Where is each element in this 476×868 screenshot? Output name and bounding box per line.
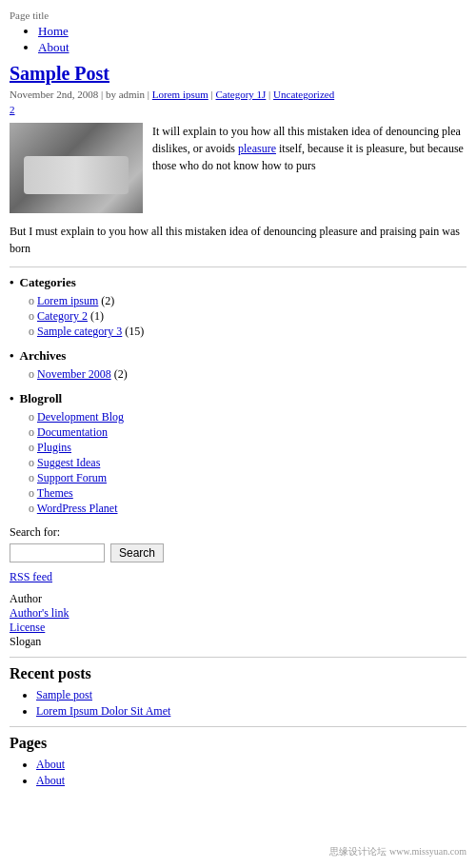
blogroll-link-1[interactable]: Documentation: [37, 425, 108, 439]
blogroll-item-2: Plugins: [29, 441, 466, 455]
recent-post-link-0[interactable]: Sample post: [36, 688, 92, 701]
archives-heading: • Archives: [10, 348, 466, 364]
page-item-1: About: [36, 774, 466, 788]
recent-posts-heading: Recent posts: [10, 665, 466, 682]
post-meta-text: November 2nd, 2008 | by admin |: [10, 89, 149, 100]
archive-link-0[interactable]: November 2008: [37, 367, 111, 381]
recent-post-1: Lorem Ipsum Dolor Sit Amet: [36, 704, 466, 719]
category-count-2: (15): [125, 325, 144, 338]
category-link-2[interactable]: Sample category 3: [37, 325, 122, 338]
page-item-0: About: [36, 758, 466, 772]
divider-1: [10, 266, 466, 267]
blogroll-item-3: Suggest Ideas: [29, 456, 466, 470]
post-meta-link-uncat[interactable]: Uncategorized: [273, 89, 334, 100]
blogroll-item-1: Documentation: [29, 425, 466, 440]
recent-posts-section: Recent posts Sample post Lorem Ipsum Dol…: [10, 665, 466, 719]
archive-item-0: November 2008 (2): [29, 367, 466, 382]
categories-list: Lorem ipsum (2) Category 2 (1) Sample ca…: [10, 294, 466, 339]
post-image: [10, 123, 143, 213]
recent-post-0: Sample post: [36, 688, 466, 702]
post-container: Sample Post November 2nd, 2008 | by admi…: [10, 63, 466, 257]
license-link[interactable]: License: [10, 621, 45, 634]
page-link-1[interactable]: About: [36, 774, 65, 787]
category-item-2: Sample category 3 (15): [29, 325, 466, 339]
post-meta: November 2nd, 2008 | by admin | Lorem ip…: [10, 89, 466, 100]
post-pleasure-link[interactable]: pleasure: [238, 142, 276, 155]
blogroll-item-0: Development Blog: [29, 410, 466, 424]
categories-section: • Categories Lorem ipsum (2) Category 2 …: [10, 275, 466, 339]
blogroll-heading: • Blogroll: [10, 391, 466, 406]
pages-section: Pages About About: [10, 735, 466, 788]
blogroll-list: Development Blog Documentation Plugins S…: [10, 410, 466, 516]
nav-link-home[interactable]: Home: [38, 24, 69, 38]
category-count-1: (1): [90, 309, 104, 323]
blogroll-link-3[interactable]: Suggest Ideas: [37, 456, 100, 469]
search-section: Search for: Search: [10, 525, 466, 562]
blogroll-link-4[interactable]: Support Forum: [37, 471, 107, 484]
search-button[interactable]: Search: [110, 543, 164, 562]
archives-list: November 2008 (2): [10, 367, 466, 382]
blogroll-section: • Blogroll Development Blog Documentatio…: [10, 391, 466, 516]
blogroll-link-2[interactable]: Plugins: [37, 441, 71, 454]
blogroll-bullet: •: [10, 391, 14, 406]
recent-post-link-1[interactable]: Lorem Ipsum Dolor Sit Amet: [36, 704, 170, 718]
recent-posts-list: Sample post Lorem Ipsum Dolor Sit Amet: [10, 688, 466, 719]
watermark: 思缘设计论坛 www.missyuan.com: [329, 845, 466, 858]
blogroll-link-5[interactable]: Themes: [37, 486, 73, 500]
nav-list: Home About: [10, 24, 466, 55]
author-section: Author Author's link License Slogan: [10, 592, 466, 649]
categories-heading: • Categories: [10, 275, 466, 290]
categories-bullet: •: [10, 275, 14, 290]
page-link-0[interactable]: About: [36, 758, 65, 771]
category-item-0: Lorem ipsum (2): [29, 294, 466, 308]
archives-bullet: •: [10, 348, 14, 364]
search-input[interactable]: [10, 543, 105, 562]
nav-item-about[interactable]: About: [38, 40, 466, 55]
blogroll-item-5: Themes: [29, 486, 466, 501]
archives-section: • Archives November 2008 (2): [10, 348, 466, 382]
pages-heading: Pages: [10, 735, 466, 752]
category-link-0[interactable]: Lorem ipsum: [37, 294, 98, 307]
blogroll-link-6[interactable]: WordPress Planet: [37, 502, 118, 515]
page-title-section: Page title Home About: [10, 8, 466, 55]
categories-heading-text: Categories: [20, 275, 76, 290]
nav-link-about[interactable]: About: [38, 40, 69, 54]
category-count-0: (2): [101, 294, 114, 307]
search-label: Search for:: [10, 525, 466, 540]
divider-2: [10, 657, 466, 658]
author-label: Author: [10, 592, 466, 606]
post-content: It will explain to you how all this mist…: [10, 123, 466, 217]
post-meta-link-lorem[interactable]: Lorem ipsum: [152, 89, 208, 100]
archives-heading-text: Archives: [20, 348, 67, 364]
divider-3: [10, 726, 466, 727]
post-content-full: But I must explain to you how all this m…: [10, 223, 466, 257]
category-link-1[interactable]: Category 2: [37, 309, 88, 323]
blogroll-item-4: Support Forum: [29, 471, 466, 485]
page-title-label: Page title: [10, 10, 49, 21]
archive-count-0: (2): [114, 367, 128, 381]
slogan-text: Slogan: [10, 635, 41, 648]
rss-link[interactable]: RSS feed: [10, 570, 466, 584]
blogroll-link-0[interactable]: Development Blog: [37, 410, 124, 424]
category-item-1: Category 2 (1): [29, 309, 466, 324]
post-meta-link-cat[interactable]: Category 1J: [216, 89, 267, 100]
post-comment-count[interactable]: 2: [10, 104, 466, 115]
blogroll-item-6: WordPress Planet: [29, 502, 466, 516]
post-title-link[interactable]: Sample Post: [10, 63, 466, 85]
author-link[interactable]: Author's link: [10, 606, 69, 620]
pages-list: About About: [10, 758, 466, 788]
search-row: Search: [10, 543, 466, 562]
blogroll-heading-text: Blogroll: [20, 391, 63, 406]
nav-item-home[interactable]: Home: [38, 24, 466, 39]
